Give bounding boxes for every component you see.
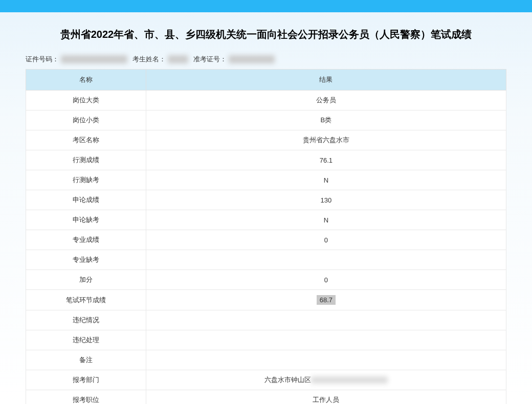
- header-result: 结果: [146, 70, 506, 91]
- cell-result: 0: [146, 270, 506, 290]
- table-row: 违纪处理: [26, 330, 506, 350]
- cell-result: N: [146, 210, 506, 230]
- exam-number-field: 准考证号：: [193, 55, 275, 64]
- cell-result: [146, 350, 506, 370]
- table-row: 专业成绩0: [26, 230, 506, 250]
- id-value-redacted: [61, 55, 127, 63]
- cell-result: N: [146, 170, 506, 190]
- cell-name: 报考部门: [26, 370, 146, 390]
- table-row: 考区名称贵州省六盘水市: [26, 130, 506, 150]
- highlighted-score: 68.7: [317, 295, 336, 305]
- table-body: 岗位大类公务员岗位小类B类考区名称贵州省六盘水市行测成绩76.1行测缺考N申论成…: [26, 91, 506, 405]
- cell-name: 专业缺考: [26, 250, 146, 270]
- cell-name: 专业成绩: [26, 230, 146, 250]
- table-row: 岗位小类B类: [26, 110, 506, 130]
- table-row: 报考职位工作人员: [26, 390, 506, 405]
- cell-name: 笔试环节成绩: [26, 290, 146, 310]
- page-title: 贵州省2022年省、市、县、乡四级机关统一面向社会公开招录公务员（人民警察）笔试…: [26, 28, 506, 41]
- cell-result: 工作人员: [146, 390, 506, 405]
- name-label: 考生姓名：: [132, 55, 166, 64]
- dept-prefix: 六盘水市钟山区: [264, 375, 311, 385]
- table-header-row: 名称 结果: [26, 70, 506, 91]
- cell-name: 加分: [26, 270, 146, 290]
- header-name: 名称: [26, 70, 146, 91]
- results-table: 名称 结果 岗位大类公务员岗位小类B类考区名称贵州省六盘水市行测成绩76.1行测…: [26, 69, 506, 404]
- table-row: 备注: [26, 350, 506, 370]
- candidate-name-field: 考生姓名：: [132, 55, 188, 64]
- table-row: 违纪情况: [26, 310, 506, 330]
- cell-result: 贵州省六盘水市: [146, 130, 506, 150]
- cell-result: 76.1: [146, 150, 506, 170]
- cell-result: 130: [146, 190, 506, 210]
- cell-name: 行测缺考: [26, 170, 146, 190]
- cell-result: 公务员: [146, 91, 506, 110]
- cell-result: [146, 330, 506, 350]
- table-row: 申论成绩130: [26, 190, 506, 210]
- cell-result: 六盘水市钟山区: [146, 370, 506, 390]
- table-row: 报考部门六盘水市钟山区: [26, 370, 506, 390]
- id-number-field: 证件号码：: [26, 55, 127, 64]
- info-row: 证件号码： 考生姓名： 准考证号：: [26, 55, 506, 64]
- cell-name: 岗位大类: [26, 91, 146, 110]
- table-row: 行测成绩76.1: [26, 150, 506, 170]
- name-value-redacted: [168, 55, 188, 63]
- top-bar: [0, 0, 532, 12]
- cell-result: [146, 310, 506, 330]
- table-row: 笔试环节成绩68.7: [26, 290, 506, 310]
- dept-wrap: 六盘水市钟山区: [150, 375, 502, 385]
- cell-name: 违纪情况: [26, 310, 146, 330]
- cell-name: 岗位小类: [26, 110, 146, 130]
- cell-name: 报考职位: [26, 390, 146, 405]
- cell-name: 考区名称: [26, 130, 146, 150]
- cell-name: 行测成绩: [26, 150, 146, 170]
- table-row: 加分0: [26, 270, 506, 290]
- container: 贵州省2022年省、市、县、乡四级机关统一面向社会公开招录公务员（人民警察）笔试…: [0, 12, 532, 404]
- cell-result: [146, 250, 506, 270]
- table-row: 行测缺考N: [26, 170, 506, 190]
- id-label: 证件号码：: [26, 55, 59, 64]
- exam-no-value-redacted: [229, 55, 275, 63]
- table-row: 专业缺考: [26, 250, 506, 270]
- cell-result: B类: [146, 110, 506, 130]
- cell-result: 68.7: [146, 290, 506, 310]
- table-row: 岗位大类公务员: [26, 91, 506, 110]
- cell-name: 备注: [26, 350, 146, 370]
- cell-name: 申论缺考: [26, 210, 146, 230]
- cell-name: 申论成绩: [26, 190, 146, 210]
- exam-no-label: 准考证号：: [193, 55, 227, 64]
- dept-redacted: [311, 376, 388, 384]
- cell-result: 0: [146, 230, 506, 250]
- cell-name: 违纪处理: [26, 330, 146, 350]
- table-row: 申论缺考N: [26, 210, 506, 230]
